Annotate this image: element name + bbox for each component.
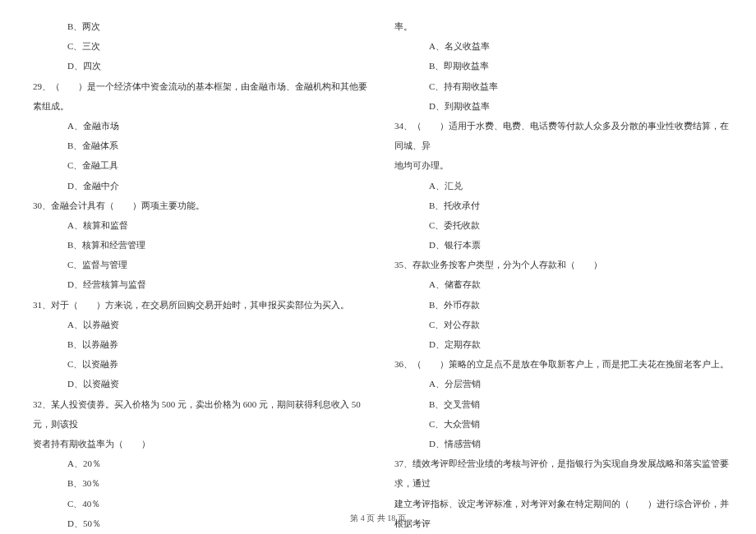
answer-option: B、托收承付 — [386, 196, 731, 215]
question-text: 32、某人投资债券。买入价格为 500 元，卖出价格为 600 元，期间获得利息… — [25, 394, 370, 434]
answer-option: C、三次 — [25, 36, 370, 56]
question-text: 资者持有期收益率为（ ） — [25, 434, 370, 453]
answer-option: C、委托收款 — [386, 215, 731, 235]
answer-option: C、40％ — [25, 494, 370, 513]
answer-option: D、以资融资 — [25, 374, 370, 394]
page-footer: 第 4 页 共 18 页 — [0, 513, 756, 524]
answer-option: B、即期收益率 — [386, 56, 731, 76]
question-text: 34、（ ）适用于水费、电费、电话费等付款人众多及分散的事业性收费结算，在同城、… — [386, 116, 731, 155]
question-text: 31、对于（ ）方来说，在交易所回购交易开始时，其申报买卖部位为买入。 — [25, 295, 370, 315]
answer-option: B、以券融券 — [25, 334, 370, 354]
answer-option: C、以资融券 — [25, 354, 370, 374]
question-text: 37、绩效考评即经营业绩的考核与评价，是指银行为实现自身发展战略和落实监管要求，… — [386, 453, 731, 493]
question-text: 35、存款业务按客户类型，分为个人存款和（ ） — [386, 255, 731, 274]
answer-option: A、储蓄存款 — [386, 274, 731, 294]
answer-option: A、汇兑 — [386, 176, 731, 196]
answer-option: D、到期收益率 — [386, 96, 731, 116]
answer-option: A、20％ — [25, 453, 370, 473]
question-text: 30、金融会计具有（ ）两项主要功能。 — [25, 196, 370, 215]
answer-option: A、以券融资 — [25, 315, 370, 334]
answer-option: D、经营核算与监督 — [25, 274, 370, 294]
answer-option: A、核算和监督 — [25, 215, 370, 235]
answer-option: B、金融体系 — [25, 136, 370, 155]
answer-option: B、两次 — [25, 16, 370, 36]
question-text: 29、（ ）是一个经济体中资金流动的基本框架，由金融市场、金融机构和其他要素组成… — [25, 76, 370, 116]
answer-option: D、四次 — [25, 56, 370, 76]
exam-content: B、两次C、三次D、四次29、（ ）是一个经济体中资金流动的基本框架，由金融市场… — [25, 16, 731, 501]
answer-option: C、持有期收益率 — [386, 76, 731, 96]
answer-option: A、名义收益率 — [386, 36, 731, 56]
answer-option: B、交叉营销 — [386, 394, 731, 414]
right-column: 率。A、名义收益率B、即期收益率C、持有期收益率D、到期收益率34、（ ）适用于… — [386, 16, 731, 501]
answer-option: D、情感营销 — [386, 434, 731, 453]
question-text: 地均可办理。 — [386, 155, 731, 175]
answer-option: C、大众营销 — [386, 414, 731, 434]
answer-option: D、金融中介 — [25, 176, 370, 196]
answer-option: C、监督与管理 — [25, 255, 370, 274]
answer-option: B、核算和经营管理 — [25, 235, 370, 255]
left-column: B、两次C、三次D、四次29、（ ）是一个经济体中资金流动的基本框架，由金融市场… — [25, 16, 370, 501]
answer-option: A、分层营销 — [386, 374, 731, 394]
question-text: 率。 — [386, 16, 731, 36]
answer-option: D、定期存款 — [386, 334, 731, 354]
answer-option: D、银行本票 — [386, 235, 731, 255]
answer-option: B、外币存款 — [386, 295, 731, 315]
answer-option: C、金融工具 — [25, 155, 370, 175]
question-text: 36、（ ）策略的立足点不是放在争取新客户上，而是把工夫花在挽留老客户上。 — [386, 354, 731, 374]
answer-option: B、30％ — [25, 473, 370, 493]
answer-option: A、金融市场 — [25, 116, 370, 136]
answer-option: C、对公存款 — [386, 315, 731, 334]
